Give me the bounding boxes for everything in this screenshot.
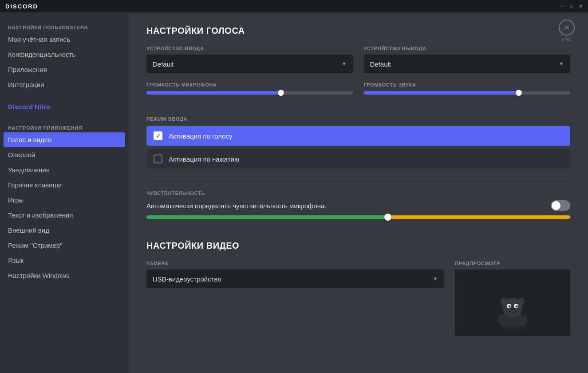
input-device-value: Default: [153, 60, 174, 68]
mascot-area: [455, 270, 570, 336]
voice-activation-option[interactable]: Активация по голосу: [146, 126, 570, 146]
sidebar-item-text-images[interactable]: Текст и изображения: [4, 208, 125, 222]
main-content: ✕ ESC НАСТРОЙКИ ГОЛОСА УСТРОЙСТВО ВВОДА …: [129, 12, 588, 373]
camera-dropdown[interactable]: USB-видеоустройство ▼: [146, 270, 444, 288]
sidebar: НАСТРОЙКИ ПОЛЬЗОВАТЕЛЯ Моя учётная запис…: [0, 12, 129, 373]
divider-2: [146, 179, 570, 180]
sidebar-item-language[interactable]: Язык: [4, 253, 125, 268]
sidebar-item-integrations[interactable]: Интеграции: [4, 77, 125, 92]
sound-volume-thumb[interactable]: [516, 90, 522, 96]
svg-point-4: [509, 306, 511, 308]
mic-volume-label: ГРОМКОСТЬ МИКРОФОНА: [146, 82, 353, 87]
camera-value: USB-видеоустройство: [153, 275, 221, 283]
output-device-value: Default: [370, 60, 391, 68]
app-logo: DISCORD: [5, 3, 38, 10]
sidebar-item-my-account[interactable]: Моя учётная запись: [4, 32, 125, 47]
voice-activation-label: Активация по голосу: [169, 132, 232, 140]
volume-row: ГРОМКОСТЬ МИКРОФОНА ГРОМКОСТЬ ЗВУКА: [146, 82, 570, 95]
svg-point-7: [501, 298, 507, 306]
svg-point-6: [511, 308, 514, 310]
input-device-label: УСТРОЙСТВО ВВОДА: [146, 46, 353, 51]
output-device-arrow-icon: ▼: [559, 61, 564, 67]
minimize-button[interactable]: —: [560, 4, 565, 9]
push-to-talk-checkbox[interactable]: [154, 155, 162, 163]
sidebar-item-privacy[interactable]: Конфиденциальность: [4, 47, 125, 62]
auto-sensitivity-toggle[interactable]: [551, 200, 570, 211]
svg-point-12: [513, 326, 521, 331]
push-to-talk-label: Активация по нажатию: [169, 155, 239, 163]
esc-button[interactable]: ✕ ESC: [559, 20, 575, 42]
output-device-label: УСТРОЙСТВО ВЫВОДА: [364, 46, 571, 51]
mic-volume-fill: [146, 91, 281, 95]
sidebar-item-apps[interactable]: Приложения: [4, 62, 125, 77]
sensitivity-label: ЧУВСТВИТЕЛЬНОСТЬ: [146, 190, 570, 196]
camera-label: КАМЕРА: [146, 261, 444, 266]
esc-label: ESC: [562, 37, 572, 42]
sidebar-item-windows-settings[interactable]: Настройки Windows: [4, 268, 125, 283]
sensitivity-slider-track[interactable]: [146, 215, 570, 219]
svg-point-5: [516, 306, 518, 308]
preview-col: ПРЕДПРОСМОТР: [455, 261, 570, 336]
sidebar-item-games[interactable]: Игры: [4, 193, 125, 207]
video-settings-title: НАСТРОЙКИ ВИДЕО: [146, 241, 570, 251]
svg-point-8: [518, 298, 525, 306]
sidebar-item-streamer-mode[interactable]: Режим "Стример": [4, 238, 125, 253]
sound-volume-fill: [364, 91, 519, 95]
window-controls: — □ ✕: [560, 4, 583, 9]
toggle-thumb: [552, 201, 560, 210]
sidebar-item-notifications[interactable]: Уведомления: [4, 163, 125, 177]
mic-volume-col: ГРОМКОСТЬ МИКРОФОНА: [146, 82, 353, 95]
sound-volume-label: ГРОМКОСТЬ ЗВУКА: [364, 82, 571, 87]
sidebar-section-app-settings: НАСТРОЙКИ ПРИЛОЖЕНИЯ: [4, 122, 125, 132]
close-button[interactable]: ✕: [579, 4, 583, 9]
preview-label: ПРЕДПРОСМОТР: [455, 261, 570, 266]
video-row: КАМЕРА USB-видеоустройство ▼ ПРЕДПРОСМОТ…: [146, 261, 570, 336]
sidebar-section-user-settings: НАСТРОЙКИ ПОЛЬЗОВАТЕЛЯ: [4, 21, 125, 32]
voice-settings-title: НАСТРОЙКИ ГОЛОСА: [146, 26, 570, 36]
voice-activation-checkbox[interactable]: [154, 131, 162, 140]
video-preview: [455, 270, 570, 336]
auto-sensitivity-text: Автоматически определять чувствительност…: [146, 202, 327, 210]
sensitivity-slider-thumb[interactable]: [384, 214, 391, 221]
sound-volume-slider-track[interactable]: [364, 91, 571, 95]
mic-volume-thumb[interactable]: [278, 90, 284, 96]
device-row: УСТРОЙСТВО ВВОДА Default ▼ УСТРОЙСТВО ВЫ…: [146, 46, 570, 73]
titlebar: DISCORD — □ ✕: [0, 0, 588, 12]
auto-sensitivity-row: Автоматически определять чувствительност…: [146, 200, 570, 211]
sidebar-item-nitro[interactable]: Discord Nitro: [4, 99, 125, 114]
sidebar-item-hotkeys[interactable]: Горячие клавиши: [4, 178, 125, 192]
divider-3: [146, 230, 570, 230]
sidebar-item-appearance[interactable]: Внешний вид: [4, 223, 125, 238]
sensitivity-section: ЧУВСТВИТЕЛЬНОСТЬ Автоматически определят…: [146, 190, 570, 219]
input-device-arrow-icon: ▼: [342, 61, 347, 67]
sound-volume-col: ГРОМКОСТЬ ЗВУКА: [364, 82, 571, 95]
svg-point-11: [504, 326, 513, 331]
output-device-col: УСТРОЙСТВО ВЫВОДА Default ▼: [364, 46, 571, 73]
esc-icon: ✕: [559, 20, 575, 36]
mascot-svg: [495, 292, 530, 332]
push-to-talk-option[interactable]: Активация по нажатию: [146, 149, 570, 169]
maximize-button[interactable]: □: [570, 4, 573, 9]
output-device-dropdown[interactable]: Default ▼: [364, 55, 571, 73]
input-device-col: УСТРОЙСТВО ВВОДА Default ▼: [146, 46, 353, 73]
app-body: НАСТРОЙКИ ПОЛЬЗОВАТЕЛЯ Моя учётная запис…: [0, 12, 588, 373]
mic-volume-slider-track[interactable]: [146, 91, 353, 95]
camera-col: КАМЕРА USB-видеоустройство ▼: [146, 261, 444, 336]
input-device-dropdown[interactable]: Default ▼: [146, 55, 353, 73]
video-settings-section: НАСТРОЙКИ ВИДЕО КАМЕРА USB-видеоустройст…: [146, 241, 570, 336]
input-mode-section: РЕЖИМ ВВОДА Активация по голосу Активаци…: [146, 116, 570, 169]
sidebar-item-voice-video[interactable]: Голос и видео: [4, 132, 125, 147]
camera-arrow-icon: ▼: [433, 276, 438, 282]
sound-volume-slider-container: [364, 91, 571, 95]
sidebar-item-overlay[interactable]: Оверлей: [4, 147, 125, 162]
divider-1: [146, 105, 570, 106]
input-mode-label: РЕЖИМ ВВОДА: [146, 116, 570, 122]
mic-volume-slider-container: [146, 91, 353, 95]
